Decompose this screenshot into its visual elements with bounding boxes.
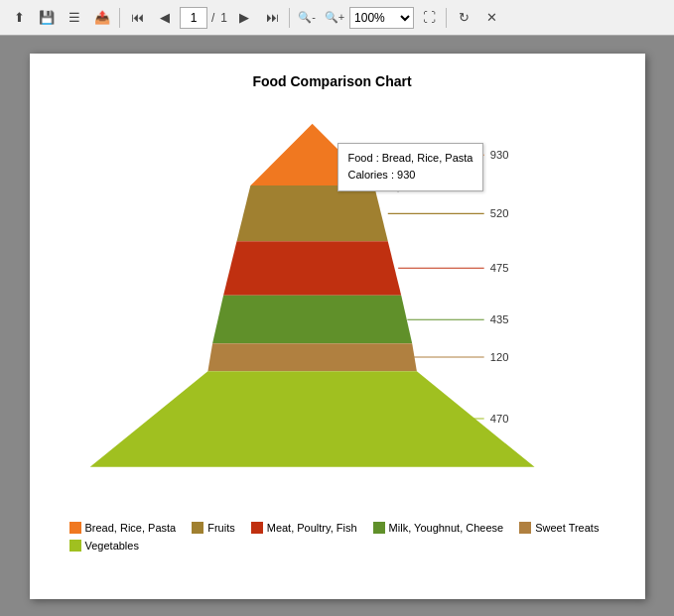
zoom-in-button[interactable]: 🔍+ — [322, 5, 347, 31]
layer-fruits[interactable] — [236, 185, 387, 241]
last-page-button[interactable]: ⏭ — [259, 5, 285, 31]
chart-area: 930 520 475 435 120 470 ↖ — [50, 97, 615, 514]
save-button[interactable]: 💾 — [34, 5, 60, 31]
zoom-select[interactable]: 50% 75% 100% 125% 150% 200% — [349, 7, 414, 29]
axis-label-475: 475 — [489, 262, 508, 274]
first-page-button[interactable]: ⏮ — [124, 5, 150, 31]
upload-button[interactable]: ⬆ — [6, 5, 32, 31]
export-button[interactable]: 📤 — [89, 5, 115, 31]
pyramid-chart: 930 520 475 435 120 470 ↖ — [50, 97, 615, 514]
legend-swatch-bread — [69, 522, 81, 534]
chart-legend: Bread, Rice, Pasta Fruits Meat, Poultry,… — [50, 514, 615, 552]
axis-label-120: 120 — [489, 350, 508, 362]
next-page-button[interactable]: ▶ — [231, 5, 257, 31]
legend-label-milk: Milk, Youghnut, Cheese — [389, 522, 504, 534]
legend-swatch-milk — [373, 522, 385, 534]
axis-label-930: 930 — [489, 149, 508, 161]
layer-meat[interactable] — [223, 241, 401, 296]
axis-label-470: 470 — [489, 413, 508, 425]
legend-label-fruits: Fruits — [207, 522, 235, 534]
page-separator: / — [211, 11, 214, 25]
prev-page-button[interactable]: ◀ — [152, 5, 178, 31]
axis-label-435: 435 — [489, 313, 508, 325]
legend-item-vegetables: Vegetables — [69, 540, 139, 552]
legend-item-sweet: Sweet Treats — [519, 522, 599, 534]
legend-item-milk: Milk, Youghnut, Cheese — [373, 522, 504, 534]
content-area: Food Comparison Chart Food : Bread, Rice… — [0, 36, 674, 616]
page-number-input[interactable] — [180, 7, 207, 29]
legend-label-vegetables: Vegetables — [85, 540, 139, 552]
close-button[interactable]: ✕ — [478, 5, 504, 31]
chart-title: Food Comparison Chart — [50, 73, 615, 89]
layer-milk[interactable] — [212, 295, 412, 342]
document-page: Food Comparison Chart Food : Bread, Rice… — [30, 54, 645, 599]
legend-label-bread: Bread, Rice, Pasta — [85, 522, 177, 534]
toolbar: ⬆ 💾 ☰ 📤 ⏮ ◀ / 1 ▶ ⏭ 🔍- 🔍+ 50% 75% 100% 1… — [0, 0, 674, 36]
layer-vegetables[interactable] — [89, 371, 534, 466]
page-total: 1 — [220, 11, 227, 25]
separator-3 — [446, 8, 447, 28]
layer-sweet[interactable] — [207, 343, 416, 371]
zoom-out-button[interactable]: 🔍- — [294, 5, 320, 31]
chart-tooltip: Food : Bread, Rice, Pasta Calories : 930 — [337, 143, 484, 191]
legend-label-sweet: Sweet Treats — [535, 522, 599, 534]
legend-item-fruits: Fruits — [192, 522, 235, 534]
tooltip-line2: Calories : 930 — [348, 167, 473, 185]
legend-item-meat: Meat, Poultry, Fish — [251, 522, 357, 534]
properties-button[interactable]: ☰ — [62, 5, 87, 31]
separator-2 — [289, 8, 290, 28]
legend-label-meat: Meat, Poultry, Fish — [267, 522, 357, 534]
refresh-button[interactable]: ↻ — [451, 5, 476, 31]
fullscreen-button[interactable]: ⛶ — [416, 5, 442, 31]
axis-label-520: 520 — [489, 207, 508, 219]
legend-swatch-fruits — [192, 522, 203, 534]
separator-1 — [119, 8, 120, 28]
legend-swatch-vegetables — [69, 540, 81, 552]
tooltip-line1: Food : Bread, Rice, Pasta — [348, 150, 473, 168]
legend-swatch-sweet — [519, 522, 531, 534]
legend-item-bread: Bread, Rice, Pasta — [69, 522, 177, 534]
legend-swatch-meat — [251, 522, 263, 534]
